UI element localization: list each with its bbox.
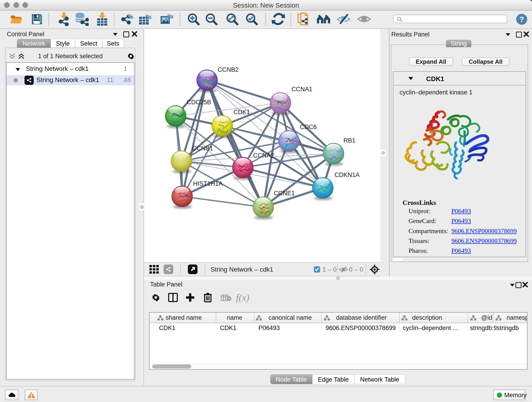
svg-text:CDKN1A: CDKN1A [335, 172, 360, 178]
svg-text:CCNB2: CCNB2 [218, 66, 239, 73]
svg-text:CCNA2: CCNA2 [253, 152, 274, 159]
svg-text:CCNE1: CCNE1 [274, 190, 295, 197]
svg-text:CDK1: CDK1 [234, 109, 250, 115]
svg-text:RB1: RB1 [343, 137, 355, 144]
svg-text:CCNB1: CCNB1 [192, 145, 213, 152]
svg-text:HIST1H1A: HIST1H1A [193, 180, 223, 187]
svg-text:CDC25B: CDC25B [187, 99, 211, 106]
svg-text:CDC6: CDC6 [300, 123, 317, 130]
svg-text:CCNA1: CCNA1 [291, 86, 312, 93]
